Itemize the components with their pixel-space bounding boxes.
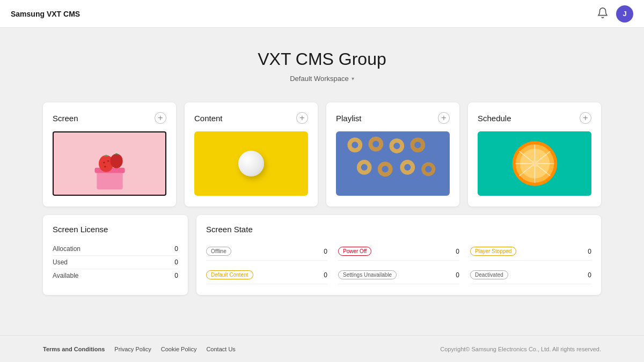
content-card-title: Content (194, 114, 223, 123)
offline-count: 0 (324, 248, 327, 255)
playlist-card: Playlist + (326, 102, 459, 206)
page-title: VXT CMS Group (43, 49, 601, 69)
available-row: Available 0 (53, 269, 178, 282)
schedule-card-title: Schedule (478, 114, 511, 123)
svg-point-13 (372, 141, 379, 147)
workspace-label: Default Workspace (290, 75, 349, 83)
footer-privacy[interactable]: Privacy Policy (114, 346, 151, 352)
svg-point-11 (352, 142, 358, 148)
content-card-header: Content + (194, 112, 308, 124)
used-label: Used (53, 258, 68, 266)
playlist-card-title: Playlist (336, 114, 362, 123)
header: Samsung VXT CMS J (0, 0, 644, 28)
settings-unavailable-count: 0 (456, 271, 459, 279)
allocation-value: 0 (174, 245, 178, 253)
footer-contact[interactable]: Contact Us (206, 346, 235, 352)
deactivated-count: 0 (588, 271, 591, 279)
screen-card: Screen + (43, 102, 176, 206)
allocation-label: Allocation (53, 245, 80, 253)
cards-row: Screen + (43, 102, 601, 206)
badge-default-content: Default Content (206, 270, 253, 279)
page-title-section: VXT CMS Group Default Workspace ▾ (43, 49, 601, 83)
badge-power-off: Power Off (338, 247, 371, 256)
state-offline: Offline 0 (206, 242, 327, 261)
state-deactivated: Deactivated 0 (470, 266, 591, 284)
svg-point-8 (104, 166, 106, 167)
state-power-off: Power Off 0 (338, 242, 459, 261)
schedule-card: Schedule + (468, 102, 601, 206)
workspace-selector[interactable]: Default Workspace ▾ (290, 75, 354, 83)
used-value: 0 (174, 258, 178, 266)
white-ball-decoration (238, 151, 264, 176)
schedule-card-header: Schedule + (478, 112, 591, 124)
allocation-row: Allocation 0 (53, 242, 178, 256)
svg-point-5 (110, 154, 122, 168)
content-add-button[interactable]: + (296, 112, 308, 124)
header-actions: J (597, 5, 633, 23)
schedule-card-image[interactable] (478, 131, 591, 196)
state-grid: Offline 0 Power Off 0 Player Stopped 0 D… (206, 242, 591, 284)
svg-point-17 (414, 142, 421, 148)
playlist-card-header: Playlist + (336, 112, 450, 124)
svg-point-34 (532, 160, 538, 167)
footer-cookie[interactable]: Cookie Policy (161, 346, 197, 352)
screen-add-button[interactable]: + (155, 112, 166, 124)
available-label: Available (53, 272, 78, 279)
svg-point-25 (425, 166, 431, 172)
playlist-add-button[interactable]: + (438, 112, 450, 124)
power-off-count: 0 (456, 248, 459, 255)
svg-point-21 (382, 166, 389, 172)
screen-license-title: Screen License (53, 225, 178, 234)
license-table: Allocation 0 Used 0 Available 0 (53, 242, 178, 282)
user-avatar[interactable]: J (616, 5, 633, 23)
state-player-stopped: Player Stopped 0 (470, 242, 591, 261)
screen-state-title: Screen State (206, 225, 591, 234)
footer: Terms and Conditions Privacy Policy Cook… (0, 335, 644, 362)
svg-point-19 (361, 164, 368, 171)
chevron-down-icon: ▾ (352, 76, 354, 82)
badge-offline: Offline (206, 247, 231, 256)
screen-card-title: Screen (53, 114, 78, 123)
footer-terms[interactable]: Terms and Conditions (43, 346, 105, 352)
default-content-count: 0 (324, 271, 327, 279)
available-value: 0 (174, 272, 178, 279)
screen-card-image[interactable] (53, 131, 166, 196)
badge-player-stopped: Player Stopped (470, 247, 516, 256)
content-card: Content + (185, 102, 318, 206)
badge-settings-unavailable: Settings Unavailable (338, 270, 397, 279)
screen-license-card: Screen License Allocation 0 Used 0 Avail… (43, 215, 188, 295)
content-card-image[interactable] (194, 131, 308, 196)
app-logo: Samsung VXT CMS (11, 10, 80, 18)
state-default-content: Default Content 0 (206, 266, 327, 284)
schedule-add-button[interactable]: + (580, 112, 591, 124)
footer-links: Terms and Conditions Privacy Policy Cook… (43, 346, 236, 352)
svg-point-15 (393, 143, 400, 149)
bell-icon[interactable] (597, 7, 609, 21)
state-settings-unavailable: Settings Unavailable 0 (338, 266, 459, 284)
bottom-row: Screen License Allocation 0 Used 0 Avail… (43, 215, 601, 295)
playlist-card-image[interactable] (336, 131, 450, 196)
screen-state-card: Screen State Offline 0 Power Off 0 Playe… (196, 215, 601, 295)
screen-card-header: Screen + (53, 112, 166, 124)
footer-copyright: Copyright© Samsung Electronics Co., Ltd.… (440, 346, 601, 352)
svg-point-23 (404, 164, 411, 171)
badge-deactivated: Deactivated (470, 270, 508, 279)
player-stopped-count: 0 (588, 248, 591, 255)
used-row: Used 0 (53, 256, 178, 269)
main-content: VXT CMS Group Default Workspace ▾ Screen… (0, 28, 644, 311)
